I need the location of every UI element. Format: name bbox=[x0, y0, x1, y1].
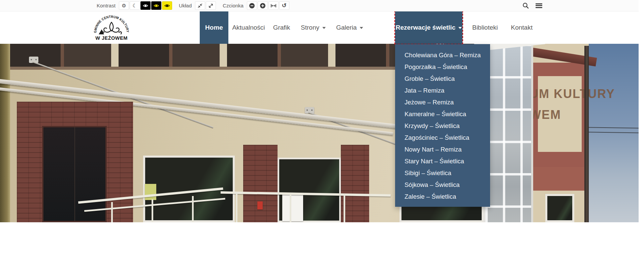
nav-label: Home bbox=[205, 24, 223, 31]
nav-item-rezerwacje-swietlic[interactable]: Rezerwacje świetlic bbox=[395, 11, 462, 44]
caret-down-icon bbox=[360, 27, 363, 29]
dropdown-item-kameralne[interactable]: Kameralne – Świetlica bbox=[395, 108, 490, 120]
nav-item-kontakt[interactable]: Kontakt bbox=[507, 11, 537, 44]
minus-circle-icon bbox=[249, 3, 255, 8]
nav-item-strony[interactable]: Strony bbox=[296, 11, 330, 44]
dropdown-item-nowy-nart[interactable]: Nowy Nart – Remiza bbox=[395, 143, 490, 155]
text-width-icon bbox=[270, 3, 277, 8]
brick-pier bbox=[243, 145, 278, 222]
building-left-wall bbox=[0, 44, 10, 222]
font-smaller-button[interactable] bbox=[247, 1, 257, 10]
layout-narrow-button[interactable] bbox=[195, 1, 205, 10]
logo-ornament bbox=[101, 22, 121, 34]
compress-arrows-icon bbox=[197, 3, 203, 8]
contrast-black-on-yellow-button[interactable] bbox=[162, 1, 172, 10]
railing-post bbox=[111, 202, 113, 222]
font-label: Czcionka bbox=[223, 3, 244, 8]
contrast-yellow-on-black-button[interactable] bbox=[151, 1, 161, 10]
dropdown-item-groble[interactable]: Groble – Świetlica bbox=[395, 73, 490, 85]
hamburger-icon bbox=[536, 3, 542, 8]
hero-slide-photo: UM KULTURY WEM bbox=[0, 44, 639, 222]
nav-label: Aktualności bbox=[232, 24, 265, 31]
wall-text-line2: WEM bbox=[529, 104, 615, 125]
search-icon bbox=[522, 2, 529, 9]
railing-post bbox=[344, 194, 345, 222]
font-larger-button[interactable] bbox=[258, 1, 268, 10]
contrast-white-on-black-button[interactable] bbox=[140, 1, 151, 10]
entrance-door bbox=[42, 126, 107, 222]
nav-label: Kontakt bbox=[511, 24, 533, 31]
fire-alarm-box bbox=[257, 201, 263, 209]
railing-post bbox=[290, 193, 291, 222]
nav-item-grafik[interactable]: Grafik bbox=[269, 11, 294, 44]
railing-post bbox=[152, 199, 153, 222]
reset-settings-button[interactable]: ↺ bbox=[279, 1, 289, 10]
layout-label: Układ bbox=[179, 3, 192, 8]
dark-mode-button[interactable]: ☾ bbox=[130, 1, 140, 10]
nav-label: Grafik bbox=[273, 24, 290, 31]
dropdown-item-zalesie[interactable]: Zalesie – Świetlica bbox=[395, 191, 490, 202]
page: Kontrast ⚙ ☾ Układ bbox=[0, 0, 644, 261]
neighbor-roof bbox=[589, 141, 639, 222]
nav-label: Biblioteki bbox=[472, 24, 498, 31]
site-header: GMINNE CENTRUM KULTURY W JEŻOWEM Home Ak… bbox=[0, 11, 639, 44]
contrast-label: Kontrast bbox=[97, 3, 116, 8]
gable-wall bbox=[533, 44, 589, 222]
nav-label: Strony bbox=[301, 24, 319, 31]
wall-text-line1: UM KULTURY bbox=[529, 84, 615, 104]
topbar-right-icons bbox=[519, 0, 546, 11]
dropdown-item-stary-nart[interactable]: Stary Nart – Świetlica bbox=[395, 155, 490, 167]
nav-label: Galeria bbox=[336, 24, 357, 31]
nav-item-biblioteki[interactable]: Biblioteki bbox=[470, 11, 500, 44]
gear-icon: ⚙ bbox=[122, 3, 126, 9]
moon-icon: ☾ bbox=[132, 3, 137, 9]
railing-post bbox=[192, 196, 194, 222]
svg-text:GMINNE CENTRUM KULTURY: GMINNE CENTRUM KULTURY bbox=[94, 15, 129, 33]
logo-arc-text: GMINNE CENTRUM KULTURY bbox=[94, 15, 129, 33]
eye-icon bbox=[153, 3, 159, 8]
rezerwacje-dropdown-menu: Cholewiana Góra – Remiza Pogorzałka – Św… bbox=[395, 44, 490, 207]
menu-toggle-button[interactable] bbox=[532, 0, 546, 11]
eye-icon bbox=[142, 3, 149, 8]
building-wall-text: UM KULTURY WEM bbox=[529, 84, 615, 125]
dropdown-item-sibigi[interactable]: Sibigi – Świetlica bbox=[395, 167, 490, 179]
nav-item-home[interactable]: Home bbox=[200, 11, 228, 44]
poster bbox=[145, 184, 156, 200]
gable-red-patch bbox=[533, 167, 589, 191]
dropdown-item-cholewiana-gora[interactable]: Cholewiana Góra – Remiza bbox=[395, 49, 490, 61]
expand-arrows-icon bbox=[208, 3, 214, 8]
notice-paper bbox=[282, 193, 303, 221]
dropdown-item-jezowe[interactable]: Jeżowe – Remiza bbox=[395, 96, 490, 108]
dropdown-item-zagosciniec[interactable]: Zagościniec – Świetlica bbox=[395, 132, 490, 143]
dropdown-item-sojkowa[interactable]: Sójkowa – Świetlica bbox=[395, 179, 490, 191]
undo-icon: ↺ bbox=[282, 2, 287, 9]
site-logo[interactable]: GMINNE CENTRUM KULTURY W JEŻOWEM bbox=[94, 13, 129, 43]
nav-item-galeria[interactable]: Galeria bbox=[332, 11, 367, 44]
contrast-settings-button[interactable]: ⚙ bbox=[119, 1, 129, 10]
eye-icon bbox=[164, 3, 170, 8]
dropdown-item-jata[interactable]: Jata – Remiza bbox=[395, 85, 490, 96]
caret-down-icon bbox=[322, 27, 326, 29]
downpipe bbox=[584, 46, 589, 222]
nav-item-aktualnosci[interactable]: Aktualności bbox=[232, 11, 265, 44]
text-width-button[interactable] bbox=[268, 1, 279, 10]
railing-post bbox=[236, 193, 237, 222]
brick-portal bbox=[17, 102, 133, 222]
nav-label: Rezerwacje świetlic bbox=[396, 24, 455, 31]
caret-down-icon bbox=[458, 27, 462, 29]
dropdown-item-krzywdy[interactable]: Krzywdy – Świetlica bbox=[395, 120, 490, 132]
dropdown-item-pogorzalka[interactable]: Pogorzałka – Świetlica bbox=[395, 61, 490, 73]
layout-wide-button[interactable] bbox=[206, 1, 216, 10]
logo-bottom-text: W JEŻOWEM bbox=[95, 35, 128, 41]
hero-slider: UM KULTURY WEM Witamy na stronie Gminneg… bbox=[0, 44, 639, 222]
glass-tower bbox=[483, 44, 533, 222]
search-toggle-button[interactable] bbox=[519, 0, 532, 11]
plus-circle-icon bbox=[260, 3, 265, 8]
gable-window bbox=[545, 194, 574, 222]
